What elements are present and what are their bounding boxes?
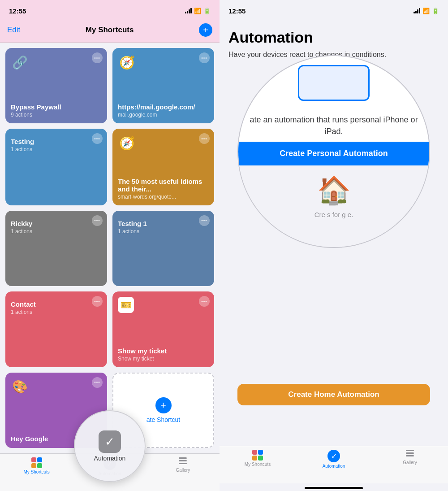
contact-more-button[interactable]: [92, 296, 103, 307]
idioms-more-button[interactable]: [199, 133, 210, 144]
ipad-section: [238, 56, 429, 110]
tab-gallery-left[interactable]: Gallery: [146, 457, 220, 473]
automation-circle-description: ate an automation that runs personal iPh…: [249, 114, 418, 137]
left-status-bar: 12:55 📶 🔋: [0, 0, 220, 20]
ticket-subtitle: Show my ticket: [118, 356, 209, 362]
testing1-more-button[interactable]: [199, 215, 210, 226]
contact-title: Contact: [11, 300, 102, 308]
create-personal-automation-button[interactable]: Create Personal Automation: [238, 142, 429, 165]
add-shortcut-button[interactable]: +: [199, 23, 212, 37]
left-status-icons: 📶 🔋: [185, 8, 211, 14]
testing-title: Testing: [11, 138, 102, 145]
mail-google-title: https://mail.google.com/: [118, 103, 209, 111]
automation-circle-overlay: ✓ Automation: [74, 410, 146, 482]
rickky-title: Rickky: [11, 220, 102, 227]
automation-big-circle: ate an automation that runs personal iPh…: [237, 55, 430, 248]
tab-my-shortcuts[interactable]: My Shortcuts: [0, 457, 73, 474]
gallery-tab-label: Gallery: [176, 468, 190, 473]
right-tab-my-shortcuts[interactable]: My Shortcuts: [220, 450, 296, 467]
left-time: 12:55: [9, 7, 26, 15]
create-shortcut-label: ate Shortcut: [146, 416, 181, 423]
header-title: My Shortcuts: [86, 26, 134, 35]
idioms-safari-icon: 🧭: [118, 134, 136, 152]
right-status-icons: 📶 🔋: [414, 8, 439, 14]
automation-circle-label: Automation: [94, 455, 126, 462]
right-signal-bars-icon: [414, 8, 420, 13]
idioms-title: The 50 most useful Idioms and their...: [118, 178, 209, 193]
idioms-subtitle: smart-words.org/quote...: [118, 194, 209, 200]
right-gallery-icon: [405, 450, 415, 459]
testing-subtitle: 1 actions: [11, 146, 102, 152]
right-main-content: Automation Have your devices react to ch…: [220, 20, 448, 446]
edit-button[interactable]: Edit: [7, 26, 20, 35]
shortcut-testing[interactable]: Testing 1 actions: [5, 129, 107, 205]
home-indicator: [305, 487, 363, 489]
automation-page-title: Automation: [228, 29, 439, 46]
create-home-automation-button[interactable]: Create Home Automation: [237, 384, 430, 405]
gallery-icon: [177, 457, 188, 466]
home-icon: 🏠: [317, 174, 351, 206]
left-panel: 12:55 📶 🔋 Edit My Shortcuts + 🔗 Bypass P…: [0, 0, 220, 491]
mail-google-more-button[interactable]: [199, 52, 210, 63]
google-icon: 🎨: [11, 378, 29, 396]
testing1-title: Testing 1: [118, 220, 209, 227]
create-shortcut-plus-icon[interactable]: +: [155, 397, 172, 413]
shortcut-show-my-ticket[interactable]: 🎫 Show my ticket Show my ticket: [112, 291, 214, 367]
home-indicator-container: [220, 483, 448, 491]
rickky-subtitle: 1 actions: [11, 228, 102, 235]
right-panel: 12:55 📶 🔋 Automation Have your devices r…: [220, 0, 448, 491]
right-my-shortcuts-icon: [252, 450, 263, 461]
link-icon: 🔗: [11, 53, 29, 71]
right-time: 12:55: [228, 7, 246, 15]
signal-bars-icon: [185, 8, 192, 13]
ticket-more-button[interactable]: [199, 296, 210, 307]
circle-text-section: ate an automation that runs personal iPh…: [238, 110, 429, 141]
right-automation-tab-icon: ✓: [327, 450, 340, 462]
my-shortcuts-icon: [31, 457, 42, 468]
ticket-title: Show my ticket: [118, 347, 209, 355]
right-status-bar: 12:55 📶 🔋: [220, 0, 448, 20]
my-shortcuts-label: My Shortcuts: [23, 469, 49, 474]
ticket-icon: 🎫: [118, 297, 134, 313]
shortcut-testing1[interactable]: Testing 1 1 actions: [112, 211, 214, 286]
wifi-icon: 📶: [194, 8, 201, 14]
safari-icon: 🧭: [118, 53, 136, 71]
right-gallery-label: Gallery: [403, 460, 417, 465]
right-automation-label: Automation: [323, 464, 345, 469]
testing1-subtitle: 1 actions: [118, 228, 209, 235]
right-my-shortcuts-label: My Shortcuts: [245, 462, 271, 467]
circle-bottom-section: 🏠 Cre s for g e.: [238, 165, 429, 248]
contact-subtitle: 1 actions: [11, 309, 102, 315]
circle-bottom-text: Cre s for g e.: [314, 211, 353, 218]
shortcut-idioms[interactable]: 🧭 The 50 most useful Idioms and their...…: [112, 129, 214, 205]
left-header: Edit My Shortcuts +: [0, 20, 220, 43]
shortcut-contact[interactable]: Contact 1 actions: [5, 291, 107, 367]
ipad-mockup-icon: [298, 65, 370, 101]
shortcut-rickky[interactable]: Rickky 1 actions: [5, 211, 107, 286]
shortcut-mail-google[interactable]: 🧭 https://mail.google.com/ mail.google.c…: [112, 48, 214, 123]
big-circle-container: ate an automation that runs personal iPh…: [228, 69, 439, 446]
shortcuts-grid: 🔗 Bypass Paywall 9 actions 🧭 https://mai…: [0, 43, 220, 453]
right-wifi-icon: 📶: [422, 8, 430, 14]
battery-icon: 🔋: [203, 8, 211, 14]
hey-google-more-button[interactable]: [92, 377, 103, 388]
mail-google-subtitle: mail.google.com: [118, 112, 209, 118]
right-tab-gallery[interactable]: Gallery: [372, 450, 448, 465]
right-tab-automation[interactable]: ✓ Automation: [296, 450, 372, 469]
shortcut-bypass-paywall[interactable]: 🔗 Bypass Paywall 9 actions: [5, 48, 107, 123]
automation-circle-check-icon: ✓: [99, 430, 121, 453]
bypass-paywall-title: Bypass Paywall: [11, 103, 102, 111]
bypass-paywall-subtitle: 9 actions: [11, 112, 102, 118]
rickky-more-button[interactable]: [92, 215, 103, 226]
right-tab-bar: My Shortcuts ✓ Automation Gallery: [220, 446, 448, 483]
right-battery-icon: 🔋: [432, 8, 439, 14]
bypass-paywall-more-button[interactable]: [92, 52, 103, 63]
